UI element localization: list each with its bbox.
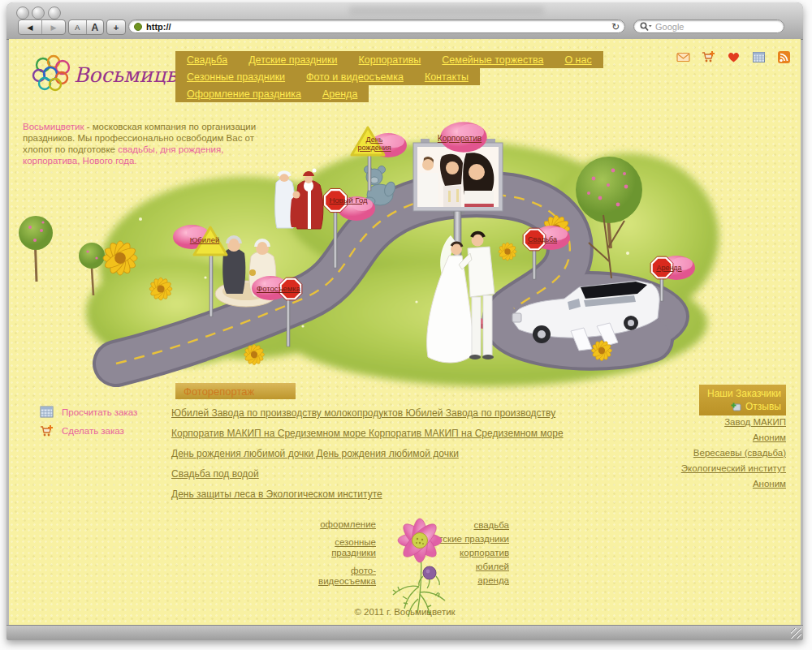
client-link[interactable]: Аноним xyxy=(610,479,786,489)
sign-label-jubilee[interactable]: Юбилей xyxy=(190,235,219,244)
footer-link-photo-video[interactable]: фото-видеосъемка xyxy=(308,566,376,587)
order-links: Просчитать заказ Сделать заказ xyxy=(40,406,137,444)
status-bar xyxy=(6,625,803,640)
nav-item-rent[interactable]: Аренда xyxy=(322,88,357,100)
nav-item-photo-video[interactable]: Фото и видеосъемка xyxy=(306,71,404,83)
font-small-label: A xyxy=(75,24,80,32)
cart-add-icon[interactable] xyxy=(702,50,715,64)
sign-label-birthday-2[interactable]: рождения xyxy=(357,144,391,152)
calc-order-link[interactable]: Просчитать заказ xyxy=(40,406,137,418)
reviews-title[interactable]: Отзывы xyxy=(745,401,781,412)
photoreport-link[interactable]: Юбилей Завода по производству молокопрод… xyxy=(171,407,564,419)
photoreport-link[interactable]: День защиты леса в Экологическом институ… xyxy=(171,489,564,500)
calc-order-label: Просчитать заказ xyxy=(62,407,137,417)
nav-row-3: Оформление праздника Аренда xyxy=(175,85,369,102)
client-link[interactable]: Вересаевы (свадьба) xyxy=(610,448,786,458)
sign-label-rent[interactable]: Аренда xyxy=(656,264,681,272)
sign-label-new-year[interactable]: Новый Год xyxy=(329,196,368,204)
add-bookmark-button[interactable]: + xyxy=(106,19,126,35)
nav-item-seasonal[interactable]: Сезонные праздники xyxy=(187,71,285,83)
clients-title[interactable]: Наши Заказчики xyxy=(704,388,781,399)
font-smaller-button[interactable]: A xyxy=(69,20,87,34)
footer-link-decoration[interactable]: оформление xyxy=(308,519,376,530)
nav-row-1: Свадьба Детские праздники Корпоративы Се… xyxy=(175,51,603,68)
copyright-text: © 2011 г. Восьмицветик xyxy=(9,607,801,617)
clients-header: Наши Заказчики Отзывы xyxy=(699,385,786,415)
sign-label-wedding[interactable]: Свадьба xyxy=(528,235,557,243)
nav-item-family[interactable]: Семейные торжества xyxy=(442,54,543,66)
font-larger-button[interactable]: A xyxy=(87,20,104,34)
small-tree-left xyxy=(19,216,53,282)
page-content: Восьмицветик Свадьба Детские праздники К… xyxy=(9,39,801,626)
make-order-link[interactable]: Сделать заказ xyxy=(40,424,137,437)
sign-label-birthday-1[interactable]: День xyxy=(366,136,383,144)
photoreport-header: Фоторепортаж xyxy=(175,383,296,399)
search-placeholder: Google xyxy=(655,22,684,32)
road-illustration: Корпоратив Юбилей День рождения xyxy=(11,114,725,394)
sign-label-corporate[interactable]: Корпоратив xyxy=(438,134,482,143)
refresh-icon[interactable]: ↻ xyxy=(611,21,620,32)
search-field[interactable]: Google xyxy=(633,19,784,33)
nav-arrows-group: ◀ ▶ xyxy=(18,19,66,35)
mail-icon[interactable] xyxy=(676,50,690,64)
browser-chrome: ◀ ▶ A A + http:// ↻ Google xyxy=(6,2,803,40)
photoreport-title: Фоторепортаж xyxy=(184,385,254,398)
browser-window: ◀ ▶ A A + http:// ↻ Google xyxy=(6,2,803,640)
calculator-icon xyxy=(40,406,54,418)
logo-flower-icon[interactable] xyxy=(28,54,79,94)
screenshot-canvas: ◀ ▶ A A + http:// ↻ Google xyxy=(0,0,812,650)
plus-icon: + xyxy=(114,23,119,32)
nav-item-decoration[interactable]: Оформление праздника xyxy=(187,88,301,100)
nav-item-corporate[interactable]: Корпоративы xyxy=(358,54,421,66)
client-link[interactable]: Экологический институт xyxy=(610,463,786,473)
back-button[interactable]: ◀ xyxy=(19,20,42,34)
window-title-area xyxy=(349,6,544,15)
window-minimize-button[interactable] xyxy=(32,6,45,19)
resize-grip[interactable] xyxy=(791,628,801,639)
header-icons xyxy=(676,50,791,64)
heart-icon[interactable] xyxy=(727,50,741,64)
window-zoom-button[interactable] xyxy=(48,6,61,19)
footer-link-seasonal[interactable]: сезонные праздники xyxy=(308,537,376,558)
forward-icon: ▶ xyxy=(51,24,57,32)
site-favicon-dot xyxy=(134,23,142,31)
client-links: Завод МАКИП Аноним Вересаевы (свадьба) Э… xyxy=(610,417,786,494)
photoreport-link[interactable]: Свадьба под водой xyxy=(171,468,564,480)
make-order-label: Сделать заказ xyxy=(62,426,124,436)
nav-item-contacts[interactable]: Контакты xyxy=(425,71,469,83)
font-size-group: A A xyxy=(68,19,104,35)
address-bar[interactable]: http:// ↻ xyxy=(128,19,625,33)
rss-icon[interactable] xyxy=(777,50,791,64)
forward-button[interactable]: ▶ xyxy=(42,20,65,34)
window-close-button[interactable] xyxy=(16,6,29,19)
nav-item-about[interactable]: О нас xyxy=(564,54,591,66)
sign-label-photo[interactable]: Фотосъемка xyxy=(257,284,301,293)
back-icon: ◀ xyxy=(28,24,33,32)
photoreport-links: Юбилей Завода по производству молокопрод… xyxy=(171,407,564,509)
cart-add-icon xyxy=(40,424,54,437)
url-text: http:// xyxy=(146,22,611,32)
nav-row-2: Сезонные праздники Фото и видеосъемка Ко… xyxy=(175,68,480,85)
font-large-label: A xyxy=(91,22,98,33)
photoreport-link[interactable]: День рождения любимой дочки День рождени… xyxy=(171,448,564,459)
billboard-photo xyxy=(417,147,499,207)
calculator-icon[interactable] xyxy=(752,50,766,64)
search-magnifier-icon xyxy=(640,22,652,32)
photoreport-link[interactable]: Корпоратив МАКИП на Средиземном море Кор… xyxy=(171,428,564,439)
nav-item-kids[interactable]: Детские праздники xyxy=(248,54,337,66)
cosmos-flower-image xyxy=(378,510,460,623)
client-link[interactable]: Аноним xyxy=(610,433,786,442)
add-review-icon xyxy=(731,402,741,411)
nav-item-wedding[interactable]: Свадьба xyxy=(187,54,227,66)
footer-links-left: оформление сезонные праздники фото-видео… xyxy=(308,519,376,594)
client-link[interactable]: Завод МАКИП xyxy=(610,417,786,427)
